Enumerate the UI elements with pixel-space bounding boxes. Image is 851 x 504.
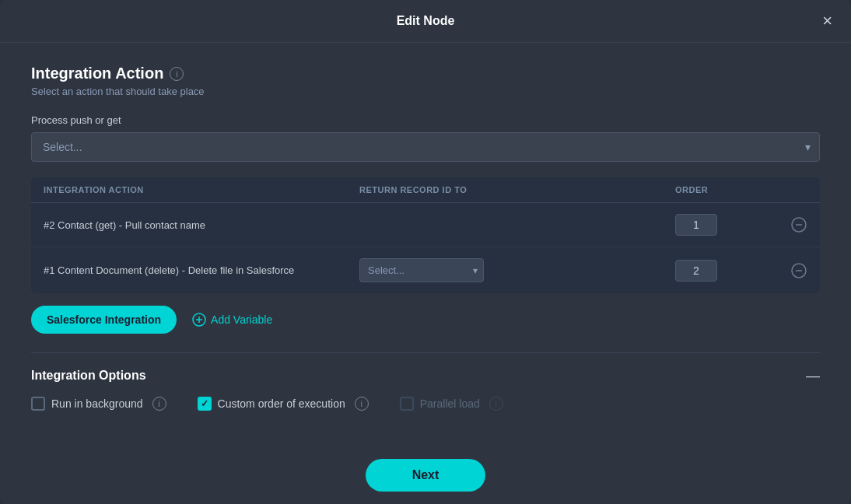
option-run-in-background: Run in background i [31,397,166,411]
custom-order-info-icon[interactable]: i [355,397,369,411]
table-header: INTEGRATION ACTION RETURN RECORD ID TO O… [31,177,820,203]
run-in-background-checkbox[interactable] [31,397,45,411]
col-header-action: INTEGRATION ACTION [44,185,359,194]
row1-order-input[interactable] [675,214,717,236]
parallel-load-checkbox[interactable] [400,397,414,411]
row1-remove-button[interactable] [769,216,807,233]
option-parallel-load: Parallel load i [400,397,503,411]
section-title-text: Integration Action [31,65,163,82]
col-header-return: RETURN RECORD ID TO [359,185,675,194]
add-variable-icon [192,313,206,327]
section-title: Integration Action i [31,65,820,82]
row2-return-select[interactable]: Select... [359,258,484,282]
table-row: #2 Contact (get) - Pull contact name [31,203,820,247]
modal-body: Integration Action i Select an action th… [0,43,851,446]
process-select-wrapper: Select... ▾ [31,132,820,162]
custom-order-label: Custom order of execution [218,397,345,410]
option-custom-order: Custom order of execution i [198,397,369,411]
add-variable-label: Add Variable [211,313,272,326]
row2-order-input[interactable] [675,260,717,282]
integration-action-table: INTEGRATION ACTION RETURN RECORD ID TO O… [31,177,820,293]
section-info-icon[interactable]: i [170,67,184,81]
modal-header: Edit Node × [0,0,851,43]
parallel-load-info-icon[interactable]: i [489,397,503,411]
collapse-button[interactable]: — [806,369,820,383]
row2-return-cell: Select... ▾ [359,258,675,282]
row1-action: #2 Contact (get) - Pull contact name [44,219,359,231]
integration-options-title: Integration Options [31,369,146,383]
next-button[interactable]: Next [366,459,486,492]
process-field-label: Process push or get [31,114,820,126]
run-in-background-label: Run in background [51,397,143,410]
edit-node-modal: Edit Node × Integration Action i Select … [0,0,851,504]
col-header-order: ORDER [675,185,769,194]
row2-remove-button[interactable] [769,262,807,279]
process-select[interactable]: Select... [31,132,820,162]
col-header-remove [769,185,807,194]
run-in-background-info-icon[interactable]: i [152,397,166,411]
add-variable-button[interactable]: Add Variable [192,313,272,327]
table-row: #1 Content Document (delete) - Delete fi… [31,247,820,293]
parallel-load-label: Parallel load [420,397,480,410]
row2-action: #1 Content Document (delete) - Delete fi… [44,264,359,276]
options-row: Run in background i Custom order of exec… [31,397,820,411]
actions-row: Salesforce Integration Add Variable [31,306,820,334]
close-button[interactable]: × [819,9,835,33]
section-divider [31,352,820,353]
row2-return-select-wrapper: Select... ▾ [359,258,484,282]
modal-title: Edit Node [397,14,455,28]
salesforce-integration-button[interactable]: Salesforce Integration [31,306,177,334]
integration-options-header: Integration Options — [31,369,820,383]
modal-footer: Next [0,446,851,504]
custom-order-checkbox[interactable] [198,397,212,411]
section-subtitle: Select an action that should take place [31,86,820,97]
